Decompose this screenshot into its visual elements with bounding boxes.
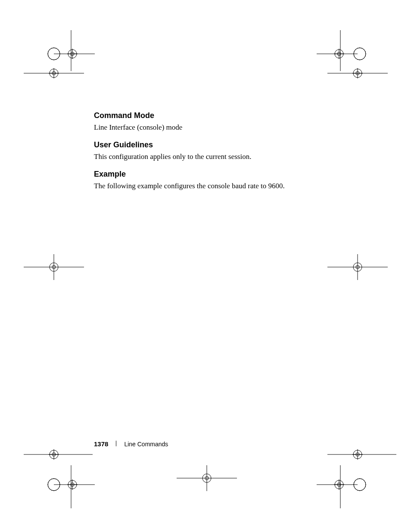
registration-mark-icon — [317, 461, 381, 508]
text-command-mode: Line Interface (console) mode — [94, 123, 335, 133]
registration-mark-icon — [327, 65, 388, 82]
document-page: Command Mode Line Interface (console) mo… — [0, 0, 411, 532]
page-number: 1378 — [94, 440, 108, 448]
page-footer: 1378 Line Commands — [94, 440, 168, 448]
registration-mark-icon — [327, 446, 396, 463]
registration-mark-icon — [24, 254, 84, 280]
text-example: The following example configures the con… — [94, 181, 335, 191]
registration-mark-icon — [24, 65, 84, 82]
registration-mark-icon — [24, 446, 93, 463]
registration-mark-icon — [327, 254, 388, 280]
registration-mark-icon — [177, 465, 237, 491]
heading-user-guidelines: User Guidelines — [94, 140, 335, 149]
heading-example: Example — [94, 170, 335, 179]
heading-command-mode: Command Mode — [94, 111, 335, 120]
text-user-guidelines: This configuration applies only to the c… — [94, 152, 335, 162]
registration-mark-icon — [30, 461, 95, 508]
page-content: Command Mode Line Interface (console) mo… — [94, 111, 335, 199]
footer-separator — [116, 441, 116, 446]
footer-section-name: Line Commands — [124, 441, 168, 448]
